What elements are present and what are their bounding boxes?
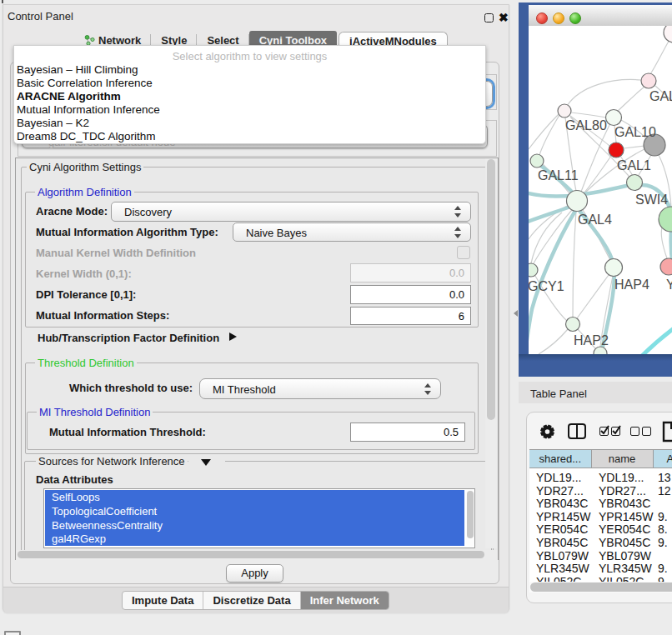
table-cell[interactable]: YDR27...	[536, 484, 584, 498]
network-node-gal1[interactable]	[609, 142, 624, 158]
algorithm-option[interactable]: Bayesian – K2	[17, 117, 89, 129]
table-cell[interactable]: YBR045C	[536, 536, 588, 549]
network-node-hap4[interactable]	[605, 259, 623, 277]
table-cell[interactable]: YBR043C	[599, 497, 650, 510]
network-edge[interactable]	[539, 329, 568, 354]
network-edge[interactable]	[577, 275, 609, 318]
which-threshold-combobox[interactable]: MI Threshold	[199, 378, 441, 399]
network-edge[interactable]	[624, 146, 644, 148]
network-edge[interactable]	[539, 115, 559, 155]
kernel-width-field[interactable]: 0.0	[350, 263, 471, 282]
network-edge[interactable]	[661, 228, 667, 258]
document-icon[interactable]	[661, 421, 672, 442]
table-horizontal-scrollbar[interactable]	[529, 582, 672, 592]
splitter-collapse-icon[interactable]	[514, 310, 518, 317]
network-edge[interactable]	[571, 112, 606, 118]
table-cell[interactable]: YBL079W	[599, 549, 651, 562]
checked-boxes-icon[interactable]	[599, 427, 609, 436]
network-node-gal10[interactable]	[606, 110, 622, 126]
network-window-titlebar[interactable]	[529, 5, 672, 27]
table-cell[interactable]: YBR043C	[536, 497, 588, 510]
attribute-item[interactable]: BetweennessCentrality	[45, 518, 464, 532]
network-node-gcy1[interactable]	[529, 263, 538, 277]
mi-threshold-field[interactable]: 0.5	[350, 422, 465, 442]
horizontal-scrollbar[interactable]	[16, 550, 498, 560]
network-node-hap2[interactable]	[566, 318, 580, 332]
table-cell[interactable]: YER054C	[599, 522, 650, 536]
manual-kernel-width-checkbox[interactable]	[457, 246, 470, 259]
table-cell[interactable]: YER054C	[536, 522, 588, 536]
expand-right-icon[interactable]	[229, 332, 237, 341]
column-header-A[interactable]: A	[654, 449, 672, 468]
table-cell[interactable]: YBR045C	[599, 536, 650, 549]
attribute-item[interactable]: SelfLoops	[45, 490, 464, 504]
node-table[interactable]: shared...nameAYDL19...YDL19...13YDR27...…	[529, 449, 672, 582]
network-edge[interactable]	[617, 87, 644, 112]
mode-tab-infer-network[interactable]: Infer Network	[301, 592, 389, 609]
close-traffic-light-icon[interactable]	[536, 12, 548, 24]
network-node-gal4[interactable]	[567, 191, 588, 212]
aracne-mode-combobox[interactable]: Discovery	[111, 202, 471, 222]
network-node-swi4[interactable]	[627, 175, 643, 191]
apply-button[interactable]: Apply	[226, 564, 283, 582]
attributes-list-scrollbar[interactable]	[466, 490, 474, 547]
table-cell[interactable]: 12	[658, 484, 671, 498]
table-cell[interactable]: YDL19...	[536, 471, 581, 484]
table-cell[interactable]: YDR27...	[599, 484, 646, 498]
column-header-name[interactable]: name	[592, 449, 654, 468]
gear-icon[interactable]	[538, 422, 557, 441]
scrollbar-thumb[interactable]	[18, 551, 484, 558]
float-window-icon[interactable]	[484, 13, 494, 22]
vertical-scrollbar[interactable]	[485, 158, 497, 548]
table-cell[interactable]: 9.	[658, 562, 668, 575]
partial-corner-button[interactable]	[4, 631, 21, 635]
scrollbar-thumb[interactable]	[487, 159, 495, 420]
attribute-item[interactable]: TopologicalCoefficient	[45, 504, 464, 518]
mi-steps-field[interactable]: 6	[350, 307, 471, 325]
network-node[interactable]	[664, 26, 672, 42]
unchecked-boxes-icon[interactable]	[642, 427, 651, 436]
algorithm-option[interactable]: ARACNE Algorithm	[17, 90, 121, 102]
table-cell[interactable]: YDL19...	[599, 471, 644, 484]
mi-algorithm-type-combobox[interactable]: Naive Bayes	[233, 222, 471, 242]
table-cell[interactable]: YIL052C	[536, 575, 581, 582]
scrollbar-thumb[interactable]	[467, 491, 474, 538]
data-attributes-list[interactable]: SelfLoopsTopologicalCoefficientBetweenne…	[43, 488, 475, 548]
minimize-traffic-light-icon[interactable]	[553, 12, 564, 24]
collapse-down-icon[interactable]	[201, 459, 211, 466]
algorithm-option[interactable]: Dream8 DC_TDC Algorithm	[17, 130, 156, 142]
table-cell[interactable]: 13	[658, 471, 671, 484]
table-cell[interactable]: YPR145W	[536, 510, 590, 523]
close-icon[interactable]: ✖	[499, 11, 509, 24]
table-cell[interactable]: 8.	[658, 522, 668, 536]
network-node-gal80[interactable]	[558, 104, 571, 118]
network-node-gal7[interactable]	[641, 73, 656, 88]
attribute-item[interactable]: gal4RGexp	[45, 532, 464, 546]
table-cell[interactable]: 9.	[658, 536, 668, 549]
dpi-tolerance-field[interactable]: 0.0	[350, 285, 471, 304]
unchecked-boxes-icon[interactable]	[630, 427, 639, 436]
algorithm-option[interactable]: Mutual Information Inference	[17, 103, 160, 116]
mode-tab-impute-data[interactable]: Impute Data	[123, 592, 203, 609]
table-cell[interactable]: YLR345W	[536, 562, 589, 575]
mode-tab-discretize-data[interactable]: Discretize Data	[203, 592, 300, 609]
network-node-y[interactable]	[660, 258, 672, 275]
split-pane-icon[interactable]	[568, 423, 586, 439]
table-cell[interactable]: YBL079W	[536, 549, 589, 562]
network-edge[interactable]	[573, 211, 576, 317]
network-node-gal11[interactable]	[530, 154, 544, 168]
checked-boxes-icon[interactable]	[611, 427, 620, 436]
zoom-traffic-light-icon[interactable]	[569, 12, 581, 24]
network-canvas[interactable]: GAL7GAL80GAL10GAL1GAL11SWI4GAL4GCY1HAP4Y…	[529, 26, 672, 354]
table-cell[interactable]: 9	[658, 575, 664, 582]
network-edge[interactable]	[567, 79, 641, 106]
scrollbar-thumb[interactable]	[530, 582, 672, 592]
column-header-shared[interactable]: shared...	[529, 449, 592, 468]
network-edge[interactable]	[579, 211, 614, 351]
table-cell[interactable]: YIL052C	[599, 575, 644, 582]
network-edge[interactable]	[642, 326, 672, 354]
table-cell[interactable]: YLR345W	[599, 562, 652, 575]
table-cell[interactable]: 9.	[658, 510, 668, 523]
table-cell[interactable]: YPR145W	[599, 510, 653, 523]
network-node[interactable]	[659, 207, 672, 232]
